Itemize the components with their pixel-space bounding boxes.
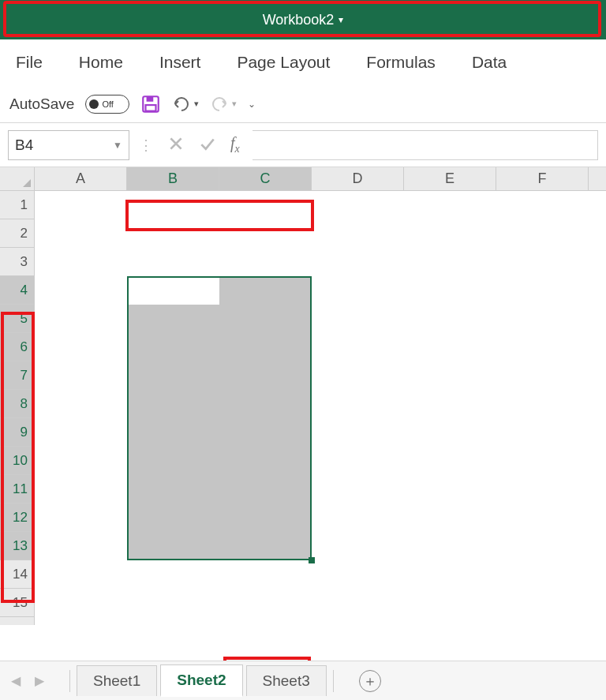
svg-rect-1 [147, 96, 154, 102]
row-header-6[interactable]: 6 [0, 333, 34, 361]
check-icon[interactable] [199, 135, 216, 155]
customize-qat-icon[interactable]: ⌄ [248, 99, 256, 110]
col-header-c[interactable]: C [219, 167, 312, 190]
menu-formulas[interactable]: Formulas [366, 53, 436, 72]
row-header-2[interactable]: 2 [0, 219, 34, 248]
svg-rect-2 [146, 105, 156, 111]
sheet-nav-next-icon[interactable]: ▶ [35, 673, 44, 688]
row-headers: 1 2 3 4 5 6 7 8 9 10 11 12 13 14 15 [0, 191, 35, 625]
select-all-corner[interactable] [0, 167, 35, 191]
add-sheet-button[interactable]: ＋ [359, 670, 381, 692]
autosave-label: AutoSave [9, 95, 74, 113]
workbook-title: Workbook2 [263, 12, 335, 28]
ribbon-tabs: File Home Insert Page Layout Formulas Da… [0, 39, 606, 85]
selection-range [127, 276, 312, 560]
fx-icon[interactable]: fx [230, 134, 240, 155]
row-header-13[interactable]: 13 [0, 532, 34, 560]
toggle-knob-icon [89, 99, 99, 109]
row-header-12[interactable]: 12 [0, 503, 34, 532]
col-header-b[interactable]: B [127, 167, 219, 190]
chevron-down-icon[interactable]: ▼ [113, 140, 122, 151]
row-header-15[interactable]: 15 [0, 589, 34, 617]
undo-button[interactable]: ▾ [172, 96, 199, 112]
sheet-nav-prev-icon[interactable]: ◀ [11, 673, 21, 688]
row-header-3[interactable]: 3 [0, 248, 34, 276]
redo-button[interactable]: ▾ [210, 96, 237, 112]
name-box-value: B4 [15, 137, 33, 154]
sheet-tab-3[interactable]: Sheet3 [246, 665, 327, 696]
separator [333, 670, 334, 692]
autosave-toggle[interactable]: Off [85, 95, 129, 114]
col-header-d[interactable]: D [312, 167, 404, 190]
col-header-a[interactable]: A [35, 167, 127, 190]
separator [69, 670, 70, 692]
formula-input[interactable] [252, 130, 598, 160]
title-dropdown-icon[interactable]: ▾ [339, 14, 343, 25]
column-headers: A B C D E F [35, 167, 606, 191]
active-cell[interactable] [129, 278, 219, 305]
menu-page-layout[interactable]: Page Layout [237, 53, 330, 72]
row-header-1[interactable]: 1 [0, 191, 34, 219]
row-header-8[interactable]: 8 [0, 390, 34, 418]
chevron-down-icon[interactable]: ▾ [232, 99, 237, 109]
formula-bar: B4 ▼ ⋮ fx [0, 123, 606, 167]
sheet-tab-bar: ◀ ▶ Sheet1 Sheet2 Sheet3 ＋ [0, 661, 606, 700]
save-button[interactable] [140, 94, 161, 114]
row-header-4[interactable]: 4 [0, 276, 34, 305]
spreadsheet-grid[interactable]: A B C D E F 1 2 3 4 5 6 7 8 9 10 11 12 1… [0, 167, 606, 625]
col-header-e[interactable]: E [404, 167, 496, 190]
quick-access-toolbar: AutoSave Off ▾ ▾ ⌄ [0, 85, 606, 123]
name-box[interactable]: B4 ▼ [8, 130, 129, 160]
cancel-icon[interactable] [167, 135, 185, 155]
menu-file[interactable]: File [16, 53, 43, 72]
autosave-state: Off [102, 99, 113, 109]
col-header-f[interactable]: F [496, 167, 589, 190]
row-header-9[interactable]: 9 [0, 418, 34, 447]
row-header-7[interactable]: 7 [0, 361, 34, 390]
row-header-10[interactable]: 10 [0, 447, 34, 475]
row-header-5[interactable]: 5 [0, 305, 34, 333]
plus-icon: ＋ [363, 672, 377, 691]
sheet-tab-1[interactable]: Sheet1 [77, 665, 157, 696]
title-bar: Workbook2 ▾ [0, 0, 606, 39]
menu-data[interactable]: Data [472, 53, 507, 72]
row-header-11[interactable]: 11 [0, 475, 34, 503]
expand-formula-icon[interactable]: ⋮ [136, 137, 155, 154]
cell-area[interactable] [35, 191, 606, 625]
row-header-14[interactable]: 14 [0, 560, 34, 589]
menu-insert[interactable]: Insert [159, 53, 201, 72]
fill-handle[interactable] [309, 557, 315, 563]
chevron-down-icon[interactable]: ▾ [194, 99, 199, 109]
sheet-tab-2[interactable]: Sheet2 [160, 664, 242, 697]
menu-home[interactable]: Home [79, 53, 123, 72]
